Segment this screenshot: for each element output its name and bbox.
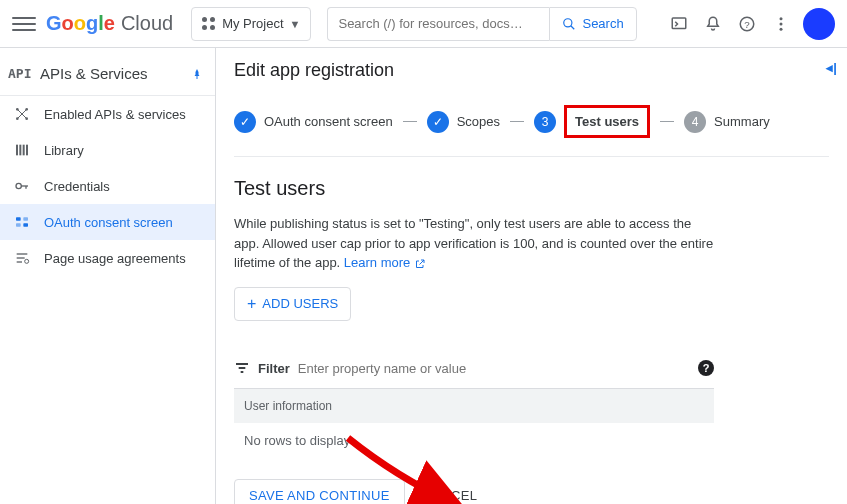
search-input[interactable] bbox=[327, 7, 549, 41]
sidebar-item-library[interactable]: Library bbox=[0, 132, 215, 168]
step-scopes[interactable]: ✓ Scopes bbox=[427, 111, 500, 133]
pin-icon[interactable] bbox=[191, 66, 203, 82]
sidebar-item-credentials[interactable]: Credentials bbox=[0, 168, 215, 204]
sidebar-item-label: OAuth consent screen bbox=[44, 215, 173, 230]
svg-point-19 bbox=[16, 183, 21, 188]
filter-help-icon[interactable]: ? bbox=[698, 360, 714, 376]
svg-rect-23 bbox=[23, 217, 28, 220]
help-icon[interactable]: ? bbox=[735, 12, 759, 36]
consent-icon bbox=[12, 214, 32, 230]
sidebar-item-oauth-consent[interactable]: OAuth consent screen bbox=[0, 204, 215, 240]
check-icon: ✓ bbox=[234, 111, 256, 133]
svg-point-6 bbox=[780, 22, 783, 25]
section-title: Test users bbox=[234, 177, 829, 200]
step-oauth-consent[interactable]: ✓ OAuth consent screen bbox=[234, 111, 393, 133]
stepper: ✓ OAuth consent screen ✓ Scopes 3 Test u… bbox=[234, 99, 829, 157]
empty-text: No rows to display bbox=[244, 433, 350, 448]
help-text: While publishing status is set to "Testi… bbox=[234, 214, 714, 273]
page-title: Edit app registration bbox=[234, 60, 829, 81]
step-number: 3 bbox=[534, 111, 556, 133]
svg-rect-18 bbox=[26, 145, 28, 156]
main-content: ◂| Edit app registration ✓ OAuth consent… bbox=[216, 48, 847, 504]
sidebar-item-label: Enabled APIs & services bbox=[44, 107, 186, 122]
step-connector bbox=[510, 121, 524, 122]
sidebar-item-page-usage[interactable]: Page usage agreements bbox=[0, 240, 215, 276]
search-button[interactable]: Search bbox=[549, 7, 636, 41]
step-test-users[interactable]: 3 Test users bbox=[534, 105, 650, 138]
search-wrap: Search bbox=[327, 7, 636, 41]
svg-point-29 bbox=[25, 259, 29, 263]
svg-rect-15 bbox=[16, 145, 18, 156]
svg-rect-2 bbox=[672, 18, 686, 29]
sidebar-item-label: Library bbox=[44, 143, 84, 158]
sidebar-header: API APIs & Services bbox=[0, 52, 215, 96]
library-icon bbox=[12, 142, 32, 158]
svg-point-7 bbox=[780, 27, 783, 30]
chevron-down-icon: ▼ bbox=[290, 18, 301, 30]
step-connector bbox=[403, 121, 417, 122]
sidebar: API APIs & Services Enabled APIs & servi… bbox=[0, 48, 216, 504]
top-bar: Google Cloud My Project ▼ Search ? bbox=[0, 0, 847, 48]
svg-point-5 bbox=[780, 17, 783, 20]
check-icon: ✓ bbox=[427, 111, 449, 133]
svg-rect-17 bbox=[23, 145, 25, 156]
step-number: 4 bbox=[684, 111, 706, 133]
cancel-button[interactable]: CANCEL bbox=[423, 488, 478, 503]
filter-label: Filter bbox=[258, 361, 290, 376]
sidebar-item-enabled-apis[interactable]: Enabled APIs & services bbox=[0, 96, 215, 132]
svg-rect-24 bbox=[16, 223, 21, 226]
collapse-panel-icon[interactable]: ◂| bbox=[826, 60, 837, 75]
step-label: Scopes bbox=[457, 114, 500, 129]
users-table: Filter ? User information No rows to dis… bbox=[234, 349, 714, 459]
table-empty-row: No rows to display bbox=[234, 423, 714, 459]
key-icon bbox=[12, 178, 32, 194]
project-icon bbox=[202, 17, 216, 31]
menu-icon[interactable] bbox=[12, 12, 36, 36]
help-text-body: While publishing status is set to "Testi… bbox=[234, 216, 713, 270]
add-users-label: ADD USERS bbox=[262, 296, 338, 311]
add-users-button[interactable]: + ADD USERS bbox=[234, 287, 351, 321]
filter-row: Filter ? bbox=[234, 349, 714, 389]
svg-rect-16 bbox=[19, 145, 21, 156]
svg-rect-25 bbox=[23, 223, 28, 226]
project-picker[interactable]: My Project ▼ bbox=[191, 7, 311, 41]
svg-text:?: ? bbox=[744, 18, 750, 29]
learn-more-link[interactable]: Learn more bbox=[344, 255, 426, 270]
step-label: Summary bbox=[714, 114, 770, 129]
table-header-label: User information bbox=[244, 399, 332, 413]
search-button-label: Search bbox=[582, 16, 623, 31]
save-and-continue-button[interactable]: SAVE AND CONTINUE bbox=[234, 479, 405, 505]
brand-logo[interactable]: Google Cloud bbox=[46, 12, 173, 35]
filter-input[interactable] bbox=[298, 361, 690, 376]
svg-point-0 bbox=[564, 18, 572, 26]
step-connector bbox=[660, 121, 674, 122]
step-summary[interactable]: 4 Summary bbox=[684, 111, 770, 133]
step-label: Test users bbox=[564, 105, 650, 138]
step-label: OAuth consent screen bbox=[264, 114, 393, 129]
filter-icon bbox=[234, 360, 250, 376]
sidebar-item-label: Page usage agreements bbox=[44, 251, 186, 266]
sidebar-item-label: Credentials bbox=[44, 179, 110, 194]
search-icon bbox=[562, 17, 576, 31]
action-row: SAVE AND CONTINUE CANCEL bbox=[234, 479, 829, 505]
svg-rect-22 bbox=[16, 217, 21, 220]
project-name: My Project bbox=[222, 16, 283, 31]
svg-line-1 bbox=[571, 25, 575, 29]
external-link-icon bbox=[414, 258, 426, 270]
avatar[interactable] bbox=[803, 8, 835, 40]
plus-icon: + bbox=[247, 295, 256, 313]
enabled-apis-icon bbox=[12, 106, 32, 122]
brand-cloud-label: Cloud bbox=[121, 12, 173, 35]
api-logo: API bbox=[8, 66, 32, 81]
table-header-row: User information bbox=[234, 389, 714, 423]
more-icon[interactable] bbox=[769, 12, 793, 36]
cloud-shell-icon[interactable] bbox=[667, 12, 691, 36]
notifications-icon[interactable] bbox=[701, 12, 725, 36]
sidebar-title: APIs & Services bbox=[40, 65, 191, 82]
agreements-icon bbox=[12, 250, 32, 266]
